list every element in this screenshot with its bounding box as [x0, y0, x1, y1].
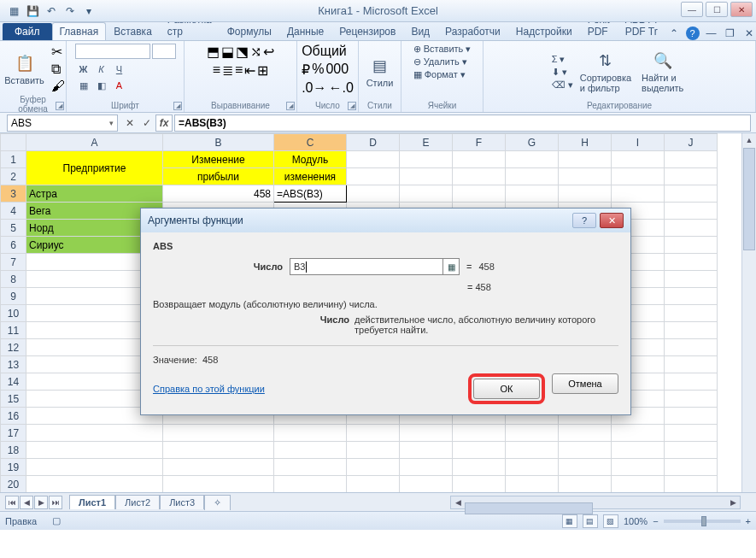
cell[interactable]: [400, 185, 453, 203]
col-header-B[interactable]: B: [163, 134, 274, 151]
cell[interactable]: [506, 168, 559, 185]
sort-filter-button[interactable]: ⇅Сортировка и фильтр: [577, 49, 635, 95]
align-left-icon[interactable]: ≡: [213, 62, 220, 79]
number-launcher-icon[interactable]: ◢: [348, 102, 356, 110]
cell[interactable]: [612, 151, 665, 168]
view-normal-icon[interactable]: ▦: [562, 514, 577, 528]
row-header-7[interactable]: 7: [1, 254, 26, 271]
range-select-icon[interactable]: ▦: [442, 258, 460, 275]
col-header-C[interactable]: C: [274, 134, 347, 151]
cell[interactable]: [400, 459, 453, 476]
cell[interactable]: [400, 476, 453, 493]
decimal-dec-icon[interactable]: ←.0: [329, 80, 354, 96]
cell[interactable]: [453, 442, 506, 459]
cell[interactable]: [400, 425, 453, 442]
cancel-formula-icon[interactable]: ✕: [121, 115, 138, 132]
row-header-10[interactable]: 10: [1, 305, 26, 322]
function-help-link[interactable]: Справка по этой функции: [153, 384, 265, 394]
cell[interactable]: [506, 151, 559, 168]
cell[interactable]: [665, 271, 718, 288]
col-header-G[interactable]: G: [506, 134, 559, 151]
cell[interactable]: [453, 425, 506, 442]
cell[interactable]: [163, 425, 274, 442]
bold-icon[interactable]: Ж: [75, 62, 92, 77]
zoom-out-icon[interactable]: −: [653, 516, 658, 526]
cell[interactable]: [400, 442, 453, 459]
cell[interactable]: [506, 442, 559, 459]
sheet-tab-3[interactable]: Лист3: [160, 495, 204, 509]
cell[interactable]: [665, 442, 718, 459]
zoom-level[interactable]: 100%: [624, 516, 648, 526]
header-module-2[interactable]: изменения: [274, 168, 347, 185]
view-layout-icon[interactable]: ▤: [583, 514, 598, 528]
workbook-close-icon[interactable]: ✕: [742, 26, 756, 40]
excel-icon[interactable]: ▦: [5, 3, 22, 20]
align-center-icon[interactable]: ≣: [222, 62, 233, 79]
cell[interactable]: [163, 442, 274, 459]
align-launcher-icon[interactable]: ◢: [286, 102, 295, 110]
cell[interactable]: [347, 185, 400, 203]
cell[interactable]: [163, 476, 274, 493]
cell[interactable]: [559, 151, 612, 168]
cell[interactable]: [665, 476, 718, 493]
tab-insert[interactable]: Вставка: [106, 22, 160, 40]
cell[interactable]: [612, 476, 665, 493]
cell[interactable]: [559, 185, 612, 203]
copy-icon[interactable]: ⧉: [51, 62, 65, 77]
header-profit-2[interactable]: прибыли: [163, 168, 274, 185]
cancel-button[interactable]: Отмена: [552, 373, 618, 394]
col-header-E[interactable]: E: [400, 134, 453, 151]
cell[interactable]: [665, 203, 718, 220]
cell[interactable]: [612, 168, 665, 185]
cell[interactable]: [347, 168, 400, 185]
border-icon[interactable]: ▦: [75, 78, 92, 93]
font-launcher-icon[interactable]: ◢: [173, 102, 182, 110]
formula-input[interactable]: =ABS(B3): [174, 115, 751, 132]
cell[interactable]: [665, 356, 718, 373]
hscroll-thumb[interactable]: [465, 502, 593, 514]
cut-icon[interactable]: ✂: [51, 44, 65, 60]
tab-home[interactable]: Главная: [52, 22, 107, 40]
help-icon[interactable]: ?: [686, 26, 700, 40]
fill-color-icon[interactable]: ◧: [93, 78, 110, 93]
font-family-select[interactable]: [75, 44, 150, 59]
row-header-11[interactable]: 11: [1, 322, 26, 339]
zoom-in-icon[interactable]: +: [746, 516, 751, 526]
cell[interactable]: [665, 459, 718, 476]
cell[interactable]: [665, 254, 718, 271]
namebox-dropdown-icon[interactable]: ▾: [109, 119, 114, 127]
cell[interactable]: [274, 459, 347, 476]
new-sheet-icon[interactable]: ✧: [204, 495, 231, 510]
cell[interactable]: [506, 185, 559, 203]
fx-icon[interactable]: fx: [155, 115, 173, 132]
row-header-16[interactable]: 16: [1, 408, 26, 425]
cell[interactable]: [559, 168, 612, 185]
cell-A3[interactable]: Астра: [26, 185, 163, 203]
row-header-18[interactable]: 18: [1, 442, 26, 459]
col-header-I[interactable]: I: [612, 134, 665, 151]
cell[interactable]: [506, 459, 559, 476]
cell[interactable]: [453, 459, 506, 476]
cell[interactable]: [559, 459, 612, 476]
cell[interactable]: [274, 442, 347, 459]
cell[interactable]: [665, 168, 718, 185]
row-header-5[interactable]: 5: [1, 220, 26, 237]
cell[interactable]: [347, 442, 400, 459]
scroll-right-icon[interactable]: ▶: [726, 496, 740, 508]
cell[interactable]: [400, 168, 453, 185]
close-button[interactable]: ✕: [730, 2, 753, 17]
cell[interactable]: [347, 476, 400, 493]
cell[interactable]: [665, 237, 718, 254]
cell[interactable]: [347, 459, 400, 476]
cell[interactable]: [506, 476, 559, 493]
autosum-icon[interactable]: Σ ▾: [552, 54, 573, 65]
row-header-15[interactable]: 15: [1, 391, 26, 408]
cell[interactable]: [347, 425, 400, 442]
dialog-help-icon[interactable]: ?: [572, 213, 596, 228]
macro-record-icon[interactable]: ▢: [52, 515, 61, 526]
merge-icon[interactable]: ⊞: [257, 62, 268, 79]
cell[interactable]: [612, 185, 665, 203]
sheet-nav-last-icon[interactable]: ⏭: [49, 496, 62, 509]
dialog-close-icon[interactable]: ✕: [600, 213, 624, 228]
tab-view[interactable]: Вид: [403, 22, 437, 40]
